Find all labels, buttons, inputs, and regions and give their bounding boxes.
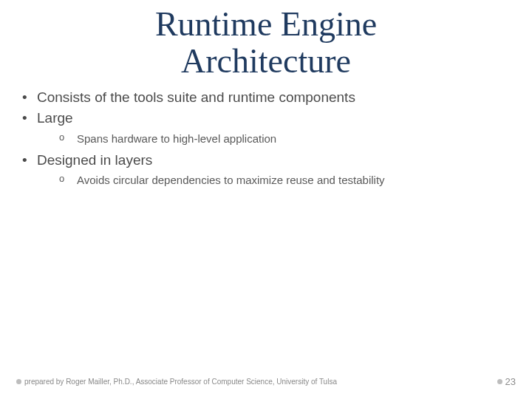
page-number: 23: [505, 376, 516, 387]
footer-credit-text: prepared by Roger Mailler, Ph.D., Associ…: [24, 378, 337, 386]
sub-bullet-text: Avoids circular dependencies to maximize…: [77, 174, 385, 186]
bullet-dot-icon: [16, 379, 21, 384]
title-line-1: Runtime Engine: [155, 5, 377, 43]
bullet-text: Designed in layers: [37, 152, 152, 168]
bullet-item: Consists of the tools suite and runtime …: [16, 88, 516, 107]
slide-content: Consists of the tools suite and runtime …: [0, 79, 532, 188]
bullet-text: Large: [37, 110, 73, 126]
bullet-list: Consists of the tools suite and runtime …: [16, 88, 516, 188]
sub-bullet-item: Spans hardware to high-level application: [37, 131, 516, 146]
bullet-text: Consists of the tools suite and runtime …: [37, 89, 355, 105]
sub-bullet-list: Avoids circular dependencies to maximize…: [37, 172, 516, 188]
slide-title: Runtime Engine Architecture: [0, 0, 532, 79]
bullet-item: Designed in layers Avoids circular depen…: [16, 151, 516, 188]
title-line-2: Architecture: [181, 42, 351, 80]
bullet-item: Large Spans hardware to high-level appli…: [16, 109, 516, 146]
footer-page: 23: [497, 376, 516, 387]
bullet-dot-icon: [497, 379, 502, 384]
sub-bullet-list: Spans hardware to high-level application: [37, 131, 516, 146]
sub-bullet-text: Spans hardware to high-level application: [77, 132, 276, 145]
slide: Runtime Engine Architecture Consists of …: [0, 0, 532, 399]
footer-credit: prepared by Roger Mailler, Ph.D., Associ…: [16, 378, 337, 386]
sub-bullet-item: Avoids circular dependencies to maximize…: [37, 172, 516, 188]
slide-footer: prepared by Roger Mailler, Ph.D., Associ…: [0, 376, 532, 387]
